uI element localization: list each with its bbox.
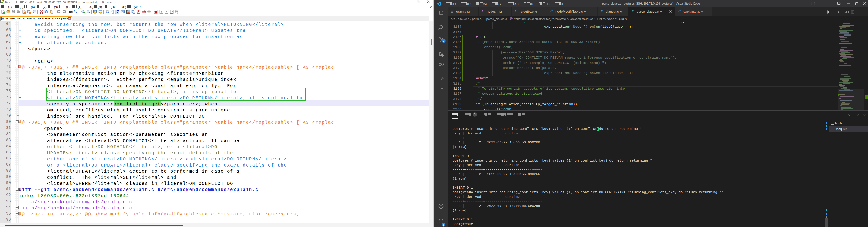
svg-text:a: a — [75, 11, 77, 14]
svg-text:h: h — [74, 10, 75, 12]
